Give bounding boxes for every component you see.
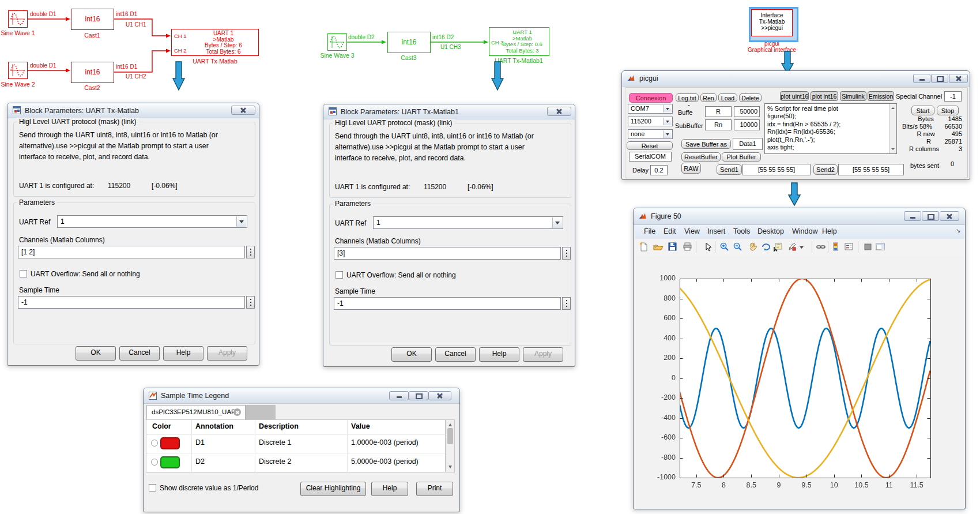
menu-desktop[interactable]: Desktop	[757, 227, 784, 235]
ok-button[interactable]: OK	[391, 347, 432, 362]
save-icon[interactable]	[668, 242, 678, 252]
delete-button[interactable]: Delete	[739, 93, 762, 102]
brush-icon[interactable]	[787, 242, 797, 252]
new-figure-icon[interactable]	[639, 242, 649, 252]
simulink-button[interactable]: Simulink	[840, 91, 866, 101]
print-icon[interactable]	[683, 242, 693, 252]
minimize-button[interactable]	[913, 74, 930, 83]
column-header[interactable]: Color	[152, 422, 171, 430]
plot-int16-button[interactable]: plot int16	[811, 91, 838, 101]
buffer-name-input[interactable]: R	[705, 106, 732, 117]
data-name-input[interactable]: Data1	[733, 138, 763, 150]
minimize-button[interactable]	[904, 211, 921, 221]
overflow-checkbox[interactable]	[336, 271, 343, 279]
edit-field-button[interactable]	[246, 296, 255, 309]
column-header[interactable]: Annotation	[195, 422, 233, 430]
connexion-button[interactable]: Connexion	[629, 93, 673, 103]
menu-tools[interactable]: Tools	[733, 227, 750, 235]
script-editor[interactable]: % Script for real time plot figure(50); …	[764, 103, 897, 154]
serialcom-field[interactable]: SerialCOM	[629, 152, 672, 162]
cancel-button[interactable]: Cancel	[435, 347, 476, 362]
edit-field-button[interactable]	[562, 297, 571, 310]
send2-button[interactable]: Send2	[813, 164, 838, 175]
help-button[interactable]: Help	[163, 346, 203, 361]
sample-time-input[interactable]: -1	[18, 296, 245, 309]
uart-tx-matlab-block[interactable]: CH 1 CH 2 UART 1 >Matlab Bytes / Step: 6…	[171, 29, 259, 56]
special-channel-input[interactable]: -1	[944, 91, 962, 102]
sample-time-input[interactable]: -1	[334, 297, 561, 310]
menu-edit[interactable]: Edit	[664, 227, 676, 235]
menu-window[interactable]: Window	[792, 227, 817, 235]
close-button[interactable]	[428, 391, 451, 400]
menu-view[interactable]: View	[684, 227, 700, 235]
menu-file[interactable]: File	[644, 227, 655, 235]
cast2-block[interactable]: int16	[71, 62, 114, 83]
row-radio[interactable]	[151, 459, 158, 466]
window-titlebar[interactable]: Figure 50	[634, 208, 965, 225]
send2-input[interactable]: [55 55 55 55]	[838, 164, 904, 175]
emission-button[interactable]: Emission	[868, 91, 894, 101]
buffer-size-input[interactable]: 50000	[734, 106, 760, 117]
baud-rate-dropdown[interactable]: 115200	[628, 117, 673, 126]
zoom-out-icon[interactable]	[733, 242, 743, 252]
dialog-titlebar[interactable]: Block Parameters: UART Tx-Matlab1	[323, 104, 575, 119]
link-plot-icon[interactable]	[816, 242, 826, 252]
cast1-block[interactable]: int16	[71, 9, 114, 30]
column-header[interactable]: Value	[351, 422, 370, 430]
subbuffer-name-input[interactable]: Rn	[705, 119, 732, 130]
minimize-button[interactable]	[389, 391, 409, 400]
sine-wave-1-block[interactable]	[8, 10, 28, 28]
close-button[interactable]	[949, 74, 968, 83]
figure-axes-canvas[interactable]	[635, 256, 964, 508]
open-file-icon[interactable]	[653, 242, 664, 252]
hide-plot-tools-icon[interactable]	[863, 242, 873, 252]
maximize-button[interactable]	[931, 74, 948, 83]
maximize-button[interactable]	[922, 211, 939, 221]
chevron-down-icon[interactable]	[663, 105, 672, 112]
sine-wave-2-block[interactable]	[8, 62, 28, 79]
parity-dropdown[interactable]: none	[628, 129, 673, 139]
window-titlebar[interactable]: picgui	[622, 71, 970, 87]
subbuffer-size-input[interactable]: 10000	[734, 119, 760, 130]
brush-dropdown-icon[interactable]	[799, 242, 805, 252]
chevron-down-icon[interactable]	[663, 130, 672, 138]
close-button[interactable]	[231, 106, 255, 115]
close-button[interactable]	[940, 211, 959, 221]
edit-field-button[interactable]	[562, 247, 571, 260]
tab-close-icon[interactable]	[233, 408, 241, 416]
insert-legend-icon[interactable]	[844, 242, 854, 252]
edit-cursor-icon[interactable]	[703, 242, 713, 252]
table-scrollbar[interactable]	[446, 419, 455, 472]
scroll-down-icon[interactable]	[891, 148, 895, 152]
sine-wave-3-block[interactable]	[327, 33, 347, 51]
channels-input[interactable]: [3]	[334, 247, 561, 260]
scroll-down-icon[interactable]	[448, 466, 452, 470]
window-titlebar[interactable]: Sample Time Legend	[144, 388, 459, 404]
show-discrete-checkbox[interactable]	[149, 484, 156, 492]
menu-insert[interactable]: Insert	[707, 227, 725, 235]
maximize-button[interactable]	[409, 391, 428, 400]
uart-ref-dropdown[interactable]: 1	[57, 215, 247, 228]
apply-button[interactable]: Apply	[207, 346, 247, 361]
stop-button[interactable]: Stop	[937, 106, 959, 115]
channels-input[interactable]: [1 2]	[18, 246, 245, 258]
help-button[interactable]: Help	[371, 482, 408, 496]
logtxt-button[interactable]: Log.txt	[676, 93, 699, 102]
data-cursor-icon[interactable]	[773, 242, 783, 252]
interface-block[interactable]: Interface Tx-Matlab >>picgui	[749, 7, 798, 42]
dialog-titlebar[interactable]: Block Parameters: UART Tx-Matlab	[7, 103, 259, 118]
chevron-down-icon[interactable]	[236, 216, 246, 227]
insert-colorbar-icon[interactable]	[831, 242, 841, 252]
uart-tx-matlab1-block[interactable]: CH 3 UART 1 >Matlab Bytes / Step: 0.6 To…	[489, 27, 549, 56]
show-plot-tools-icon[interactable]	[875, 242, 885, 252]
cast3-block[interactable]: int16	[387, 32, 431, 53]
zoom-in-icon[interactable]	[719, 242, 730, 252]
menu-help[interactable]: Help	[822, 227, 837, 235]
pan-hand-icon[interactable]	[748, 242, 758, 252]
scroll-up-icon[interactable]	[448, 422, 452, 426]
overflow-checkbox[interactable]	[20, 270, 27, 277]
rotate-3d-icon[interactable]	[761, 242, 771, 252]
plot-buffer-button[interactable]: Plot Buffer	[722, 152, 761, 162]
print-button[interactable]: Print	[416, 482, 453, 496]
cancel-button[interactable]: Cancel	[119, 346, 160, 361]
